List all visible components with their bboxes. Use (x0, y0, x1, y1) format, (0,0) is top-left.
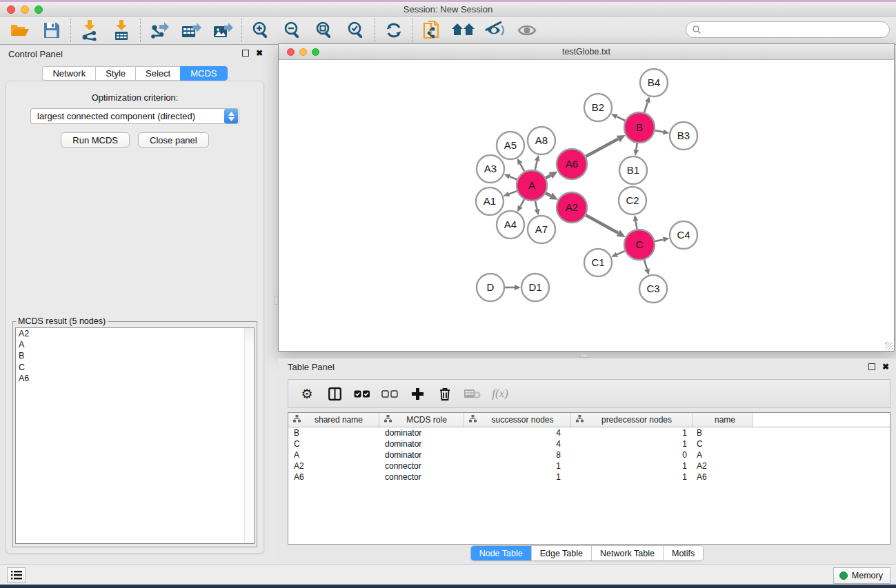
table-cell[interactable]: 0 (571, 449, 693, 460)
float-panel-icon[interactable] (242, 50, 249, 57)
table-cell[interactable]: dominator (379, 449, 464, 460)
graph-edge-A-A4[interactable] (520, 199, 524, 206)
table-cell[interactable]: 8 (464, 449, 571, 460)
graph-edge-C-C4[interactable] (655, 239, 664, 241)
close-panel-button[interactable]: Close panel (138, 132, 209, 148)
close-panel-icon[interactable]: ✖ (256, 50, 263, 57)
import-network-from-file-icon[interactable] (77, 19, 103, 42)
graph-edge-A6-B[interactable] (586, 139, 618, 157)
table-row[interactable]: Cdominator41C (288, 438, 890, 449)
node-table[interactable]: shared nameMCDS rolesuccessor nodesprede… (288, 412, 890, 545)
table-cell[interactable]: A (693, 449, 753, 460)
table-cell[interactable]: connector (379, 472, 464, 483)
table-cell[interactable]: A (288, 449, 379, 460)
save-session-icon[interactable] (39, 19, 65, 42)
column-header[interactable]: MCDS role (379, 413, 464, 427)
table-cell[interactable]: 1 (464, 472, 571, 483)
graph-edge-B-B1[interactable] (636, 143, 637, 150)
table-cell[interactable]: dominator (379, 427, 464, 438)
graph-edge-C-C3[interactable] (644, 260, 647, 269)
table-cell[interactable]: A6 (288, 472, 379, 483)
mcds-result-item[interactable]: A6 (16, 373, 254, 384)
table-row[interactable]: Bdominator41B (288, 427, 890, 438)
zoom-selected-icon[interactable] (343, 19, 369, 42)
tab-edge-table[interactable]: Edge Table (532, 546, 592, 560)
export-image-icon[interactable] (210, 19, 236, 42)
table-cell[interactable]: B (693, 427, 753, 438)
hide-graphics-details-icon[interactable] (482, 19, 508, 42)
table-cell[interactable]: dominator (379, 438, 464, 449)
graph-edge-B-B2[interactable] (617, 116, 625, 121)
show-column-icon[interactable] (326, 383, 344, 404)
graph-edge-A-A8[interactable] (535, 161, 537, 170)
function-builder-icon[interactable]: f(x) (491, 383, 509, 404)
graph-edge-C-C1[interactable] (617, 251, 625, 254)
tab-network-table[interactable]: Network Table (592, 546, 664, 560)
network-canvas[interactable]: B4B2BB3A8A5A6A3B1AA1C2A2A4A7C4CC1C3DD1 (279, 60, 894, 351)
home-icon[interactable] (450, 19, 477, 42)
graph-edge-A-A6[interactable] (546, 176, 550, 179)
tab-network[interactable]: Network (42, 66, 95, 81)
zoom-in-icon[interactable] (248, 19, 274, 42)
table-cell[interactable]: 1 (571, 460, 693, 472)
table-cell[interactable]: 1 (571, 472, 693, 483)
export-table-icon[interactable] (178, 19, 204, 42)
result-list-scrollbar[interactable] (244, 328, 254, 543)
criterion-dropdown[interactable]: largest connected component (directed) (30, 108, 239, 124)
import-table-from-file-icon[interactable] (108, 19, 135, 42)
table-settings-icon[interactable]: ⚙ (298, 383, 316, 404)
graph-edge-A-A7[interactable] (535, 201, 537, 210)
tab-style[interactable]: Style (95, 66, 135, 81)
graph-edge-C-C2[interactable] (636, 221, 637, 230)
add-column-icon[interactable] (408, 383, 426, 404)
graph-edge-B-B4[interactable] (644, 103, 648, 113)
tab-motifs[interactable]: Motifs (664, 546, 703, 560)
table-cell[interactable]: 4 (464, 427, 571, 438)
graph-edge-B-B3[interactable] (655, 130, 664, 132)
task-history-button[interactable] (7, 567, 26, 583)
open-session-icon[interactable] (419, 19, 445, 42)
memory-button[interactable]: Memory (833, 567, 890, 584)
table-cell[interactable]: A6 (693, 472, 753, 483)
table-cell[interactable]: B (288, 427, 379, 438)
graph-edge-A-A5[interactable] (520, 164, 524, 172)
graph-edge-A-A3[interactable] (510, 176, 517, 179)
column-header[interactable]: successor nodes (464, 413, 571, 427)
tab-mcds[interactable]: MCDS (180, 66, 227, 81)
table-cell[interactable]: 1 (571, 438, 693, 449)
float-table-panel-icon[interactable] (868, 363, 875, 370)
table-row[interactable]: A6connector11A6 (288, 472, 890, 483)
window-resize-grip[interactable] (885, 342, 893, 349)
table-cell[interactable]: connector (379, 460, 464, 472)
mcds-result-list[interactable]: A2ABCA6 (15, 327, 255, 544)
table-row[interactable]: Adominator80A (288, 449, 890, 460)
mcds-result-item[interactable]: B (16, 350, 254, 361)
zoom-fit-content-icon[interactable] (311, 19, 337, 42)
column-header[interactable]: shared name (288, 413, 379, 427)
horizontal-splitter-handle[interactable] (580, 354, 588, 358)
table-cell[interactable]: C (693, 438, 753, 449)
export-network-icon[interactable] (146, 19, 172, 42)
tab-select[interactable]: Select (135, 66, 180, 81)
delete-column-icon[interactable] (436, 383, 454, 404)
table-cell[interactable]: A2 (288, 460, 379, 472)
column-header[interactable]: predecessor nodes (571, 413, 693, 427)
table-cell[interactable]: 1 (464, 460, 571, 472)
tab-node-table[interactable]: Node Table (471, 546, 532, 560)
table-row[interactable]: A2connector11A2 (288, 460, 890, 472)
delete-table-icon[interactable] (464, 383, 481, 404)
vertical-splitter-handle[interactable] (274, 296, 278, 305)
deselect-all-icon[interactable] (381, 383, 399, 404)
mcds-result-item[interactable]: C (16, 362, 254, 373)
mcds-result-item[interactable]: A (16, 339, 254, 350)
mcds-result-item[interactable]: A2 (16, 328, 254, 339)
table-cell[interactable]: 1 (571, 427, 693, 438)
close-table-panel-icon[interactable]: ✖ (882, 363, 889, 370)
search-field[interactable] (686, 21, 890, 38)
table-cell[interactable]: 4 (464, 438, 571, 449)
graph-edge-A2-C[interactable] (586, 215, 618, 233)
column-header[interactable]: name (693, 413, 753, 427)
graph-edge-A-A2[interactable] (546, 193, 550, 196)
birds-eye-view-icon[interactable] (514, 19, 540, 42)
table-cell[interactable]: C (288, 438, 379, 449)
